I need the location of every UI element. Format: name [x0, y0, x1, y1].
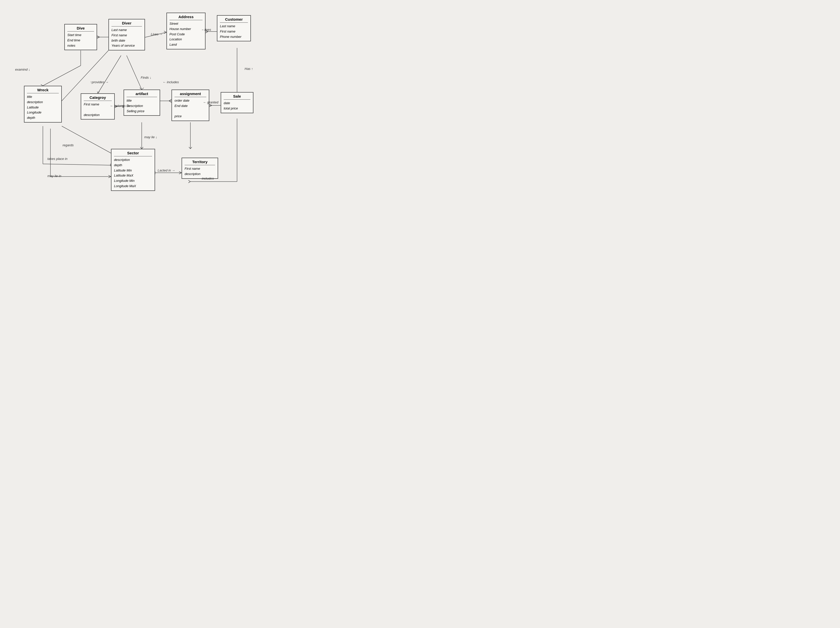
granted-label: ← granted — [203, 100, 218, 104]
svg-line-17 — [140, 88, 142, 90]
may-lie-label: may lie ↓ — [144, 135, 157, 139]
svg-line-20 — [97, 92, 98, 93]
takes-place-in-label: takes place in — [47, 157, 68, 161]
category-entity: Categroy First namedescription — [81, 93, 115, 120]
svg-line-52 — [188, 180, 190, 181]
address-title: Address — [169, 15, 202, 20]
svg-line-47 — [179, 172, 182, 173]
address-attrs: StreetHouse numberPost CodeLocationLand — [169, 21, 202, 47]
category-title: Categroy — [84, 95, 112, 101]
dive-entity: Dive Start timeEnd timenotes — [64, 24, 97, 50]
assignment-entity: assignment order dateEnd dateprice — [172, 90, 209, 121]
dive-attrs: Start timeEnd timenotes — [67, 33, 94, 48]
svg-line-5 — [164, 32, 166, 33]
assignment-attrs: order dateEnd dateprice — [175, 98, 206, 119]
diver-entity: Diver Last nameFirst namebrith dateYears… — [109, 19, 145, 50]
customer-entity: Customer Last nameFirst namePhone number — [217, 15, 251, 41]
territory-entity: Territory First namedescription — [182, 158, 218, 179]
examind-label: examind ↓ — [15, 68, 30, 71]
customer-attrs: Last nameFirst namePhone number — [220, 24, 248, 39]
svg-line-41 — [109, 177, 111, 178]
sale-title: Sale — [224, 94, 250, 99]
svg-line-2 — [97, 37, 99, 38]
wreck-entity: Wreck titledescriptionLatitudeLongituded… — [24, 86, 62, 123]
includes-bottom-label: includes — [202, 177, 214, 180]
svg-line-48 — [179, 173, 182, 174]
assignment-title: assignment — [175, 92, 206, 97]
svg-line-55 — [189, 147, 190, 149]
artifact-title: artifact — [126, 92, 157, 97]
sector-entity: Sector descriptiondepthLatitude MinLatit… — [111, 149, 155, 191]
sector-attrs: descriptiondepthLatitude MinLatitude MaX… — [114, 157, 152, 189]
wreck-attrs: titledescriptionLatitudeLongitudedepth — [27, 94, 59, 121]
svg-line-1 — [97, 36, 99, 37]
sector-title: Sector — [114, 151, 152, 156]
belongs-label: ← belongs to — [110, 104, 129, 108]
territory-title: Territory — [185, 159, 215, 165]
address-entity: Address StreetHouse numberPost CodeLocat… — [166, 13, 205, 49]
svg-line-27 — [169, 99, 172, 101]
artifact-entity: artifact titleDescriptionSelling price — [123, 90, 160, 116]
category-attrs: First namedescription — [84, 102, 112, 118]
svg-line-36 — [43, 164, 111, 165]
svg-line-18 — [142, 88, 144, 90]
svg-line-21 — [98, 92, 99, 93]
dive-title: Dive — [67, 26, 94, 32]
svg-line-8 — [205, 32, 208, 33]
svg-line-10 — [43, 66, 81, 86]
svg-line-40 — [109, 175, 111, 177]
svg-line-31 — [209, 106, 212, 107]
svg-line-53 — [188, 181, 190, 183]
elives-label: ←lives — [201, 28, 211, 32]
located-in-label: Lacted in → — [158, 169, 175, 172]
may-lie-in-label: may lie in — [47, 174, 61, 178]
svg-line-30 — [209, 104, 212, 106]
includes-label: ← includes — [163, 80, 179, 84]
regards-label: regards — [63, 143, 74, 147]
sale-entity: Sale datetotal price — [221, 92, 253, 113]
svg-line-56 — [190, 147, 192, 149]
artifact-attrs: titleDescriptionSelling price — [126, 98, 157, 114]
svg-line-4 — [164, 31, 166, 32]
finds-label: Finds ↓ — [141, 76, 151, 79]
lives-label: Lives → — [151, 32, 163, 36]
provides-label: ↑provides → — [90, 80, 109, 84]
customer-title: Customer — [220, 17, 248, 23]
svg-line-16 — [126, 55, 142, 90]
has-label: Has ↑ — [245, 67, 253, 71]
svg-line-43 — [140, 147, 142, 149]
svg-line-44 — [142, 147, 143, 149]
diver-attrs: Last nameFirst namebrith dateYears of se… — [112, 27, 142, 49]
wreck-title: Wreck — [27, 88, 59, 93]
territory-attrs: First namedescription — [185, 166, 215, 177]
svg-line-28 — [169, 101, 172, 103]
svg-line-19 — [98, 55, 121, 93]
sale-attrs: datetotal price — [224, 101, 250, 111]
diver-title: Diver — [112, 21, 142, 27]
